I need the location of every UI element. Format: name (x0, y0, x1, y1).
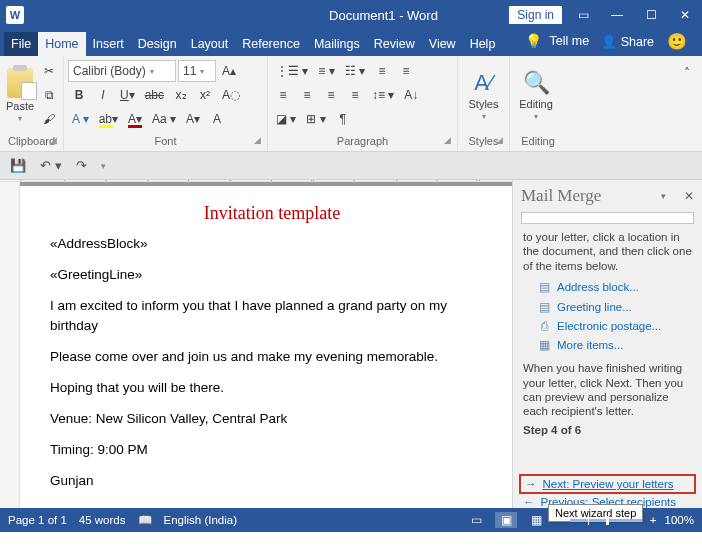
format-painter-button[interactable]: 🖌 (38, 108, 60, 130)
clipboard-dialog-launcher[interactable]: ◢ (50, 135, 57, 145)
feedback-smiley-icon[interactable]: 🙂 (662, 26, 692, 56)
shading-button[interactable]: ◪ ▾ (272, 108, 300, 130)
character-shading-button[interactable]: A (206, 108, 228, 130)
font-color-button[interactable]: A ▾ (124, 108, 146, 130)
tab-help[interactable]: Help (463, 32, 503, 56)
redo-button[interactable]: ↷ (72, 156, 91, 175)
change-case-button[interactable]: Aa ▾ (148, 108, 180, 130)
tab-design[interactable]: Design (131, 32, 184, 56)
font-name-combo[interactable]: Calibri (Body)▾ (68, 60, 176, 82)
sort-button[interactable]: A↓ (400, 84, 422, 106)
paragraph-dialog-launcher[interactable]: ◢ (444, 135, 451, 145)
word-count[interactable]: 45 words (79, 514, 126, 526)
justify-button[interactable]: ≡ (344, 84, 366, 106)
address-block-link[interactable]: ▤Address block... (523, 277, 692, 297)
editing-button[interactable]: 🔍 Editing ▾ (514, 60, 558, 131)
step-label: Step 4 of 6 (523, 423, 692, 437)
quick-access-toolbar: 💾 ↶ ▾ ↷ ▾ (0, 152, 702, 180)
zoom-in-button[interactable]: + (650, 514, 657, 526)
clear-formatting-button[interactable]: A◌ (218, 84, 244, 106)
more-items-link[interactable]: ▦More items... (523, 335, 692, 355)
document-page[interactable]: Invitation template «AddressBlock» «Gree… (20, 186, 512, 508)
share-button[interactable]: 👤 Share (597, 29, 658, 54)
qat-customize-button[interactable]: ▾ (97, 159, 110, 173)
zoom-level[interactable]: 100% (665, 514, 694, 526)
borders-button[interactable]: ⊞ ▾ (302, 108, 329, 130)
language-indicator[interactable]: English (India) (164, 514, 238, 526)
pane-body: to your letter, click a location in the … (513, 228, 702, 474)
next-wizard-step-link[interactable]: → Next: Preview your letters (519, 474, 696, 494)
web-layout-button[interactable]: ▦ (525, 512, 547, 528)
font-group-label: Font◢ (68, 133, 263, 149)
superscript-button[interactable]: x² (194, 84, 216, 106)
ribbon-tabs: File Home Insert Design Layout Reference… (0, 30, 702, 56)
doc-timing: Timing: 9:00 PM (50, 440, 494, 461)
line-spacing-button[interactable]: ↕≡ ▾ (368, 84, 398, 106)
multilevel-list-button[interactable]: ☷ ▾ (341, 60, 369, 82)
styles-dialog-launcher[interactable]: ◢ (496, 135, 503, 145)
grow-font-button[interactable]: A▴ (218, 60, 240, 82)
spellcheck-icon[interactable]: 📖 (138, 513, 152, 527)
strikethrough-button[interactable]: abc (141, 84, 168, 106)
arrow-right-icon: → (525, 478, 537, 490)
bold-button[interactable]: B (68, 84, 90, 106)
underline-button[interactable]: U ▾ (116, 84, 139, 106)
undo-button[interactable]: ↶ ▾ (36, 156, 66, 175)
cut-button[interactable]: ✂ (38, 60, 60, 82)
highlight-button[interactable]: ab ▾ (95, 108, 122, 130)
vertical-ruler[interactable] (0, 182, 20, 508)
greeting-line-link[interactable]: ▤Greeting line... (523, 297, 692, 317)
ribbon: Paste ▾ ✂ ⧉ 🖌 Clipboard◢ Calibri (Body)▾… (0, 56, 702, 152)
decrease-indent-button[interactable]: ≡ (371, 60, 393, 82)
tab-insert[interactable]: Insert (86, 32, 131, 56)
italic-button[interactable]: I (92, 84, 114, 106)
tab-layout[interactable]: Layout (184, 32, 236, 56)
font-size-combo[interactable]: 11▾ (178, 60, 216, 82)
zoom-slider[interactable] (570, 519, 642, 522)
read-mode-button[interactable]: ▭ (465, 512, 487, 528)
paste-button[interactable]: Paste ▾ (4, 60, 36, 131)
sign-in-button[interactable]: Sign in (509, 6, 562, 24)
increase-indent-button[interactable]: ≡ (395, 60, 417, 82)
tab-view[interactable]: View (422, 32, 463, 56)
copy-button[interactable]: ⧉ (38, 84, 60, 106)
bullets-button[interactable]: ⋮☰ ▾ (272, 60, 312, 82)
tab-mailings[interactable]: Mailings (307, 32, 367, 56)
tab-references[interactable]: Reference (235, 32, 307, 56)
show-hide-button[interactable]: ¶ (332, 108, 354, 130)
styles-label: Styles (469, 98, 499, 110)
pane-title: Mail Merge (521, 186, 657, 206)
titlebar-left: W (0, 6, 258, 24)
clipboard-group-label: Clipboard◢ (4, 133, 59, 149)
text-effects-button[interactable]: A ▾ (68, 108, 93, 130)
styles-button[interactable]: A⁄ Styles ▾ (462, 60, 505, 131)
page-indicator[interactable]: Page 1 of 1 (8, 514, 67, 526)
group-font: Calibri (Body)▾ 11▾ A▴ B I U ▾ abc x₂ x²… (64, 56, 268, 151)
collapse-ribbon-button[interactable]: ˄ (676, 62, 698, 84)
group-editing: 🔍 Editing ▾ Editing (510, 56, 566, 151)
align-center-button[interactable]: ≡ (296, 84, 318, 106)
shrink-font-button[interactable]: A▾ (182, 108, 204, 130)
electronic-postage-link[interactable]: ⎙Electronic postage... (523, 317, 692, 335)
print-layout-button[interactable]: ▣ (495, 512, 517, 528)
font-dialog-launcher[interactable]: ◢ (254, 135, 261, 145)
pane-finish-text: When you have finished writing your lett… (523, 361, 692, 419)
save-button[interactable]: 💾 (6, 156, 30, 175)
tell-me-button[interactable]: Tell me (546, 29, 594, 53)
numbering-button[interactable]: ≡ ▾ (314, 60, 338, 82)
pane-header: Mail Merge ▾ ✕ (513, 180, 702, 212)
tab-file[interactable]: File (4, 32, 38, 56)
paragraph-group-label: Paragraph◢ (272, 133, 453, 149)
word-logo-icon: W (6, 6, 24, 24)
doc-heading: Invitation template (50, 200, 494, 228)
align-left-button[interactable]: ≡ (272, 84, 294, 106)
subscript-button[interactable]: x₂ (170, 84, 192, 106)
arrow-left-icon: ← (523, 496, 535, 508)
tab-home[interactable]: Home (38, 32, 85, 56)
paste-label: Paste (6, 100, 34, 112)
pane-menu-button[interactable]: ▾ (661, 191, 666, 201)
align-right-button[interactable]: ≡ (320, 84, 342, 106)
ribbon-collapse-area: ˄ (566, 56, 702, 151)
tab-review[interactable]: Review (367, 32, 422, 56)
pane-close-button[interactable]: ✕ (684, 189, 694, 203)
